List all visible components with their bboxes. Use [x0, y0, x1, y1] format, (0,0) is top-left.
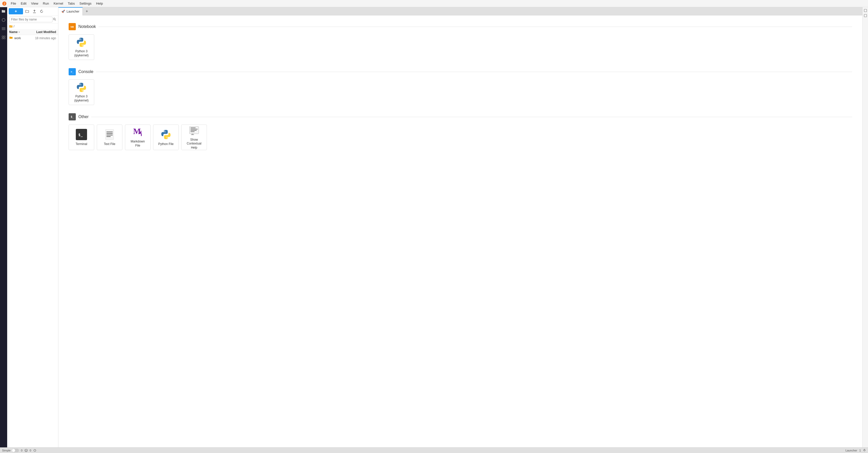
right-sidebar-btn-1[interactable]	[863, 8, 868, 13]
other-section: $_ Other $_ Terminal	[69, 113, 852, 150]
file-modified-label: 18 minutes ago	[28, 36, 56, 40]
console-cards: Python 3(ipykernel)	[69, 79, 852, 105]
breadcrumb: /	[7, 24, 58, 29]
upload-button[interactable]	[31, 8, 37, 15]
python3-console-icon	[75, 82, 88, 93]
app-icon: J	[2, 1, 7, 6]
text-file-card[interactable]: Text File	[97, 124, 122, 150]
text-file-label: Text File	[104, 142, 116, 146]
python-file-card[interactable]: Python File	[153, 124, 179, 150]
other-section-header: $_ Other	[69, 113, 852, 120]
markdown-file-card[interactable]: M Markdown File	[125, 124, 151, 150]
tab-launcher-label: Launcher	[67, 10, 80, 13]
svg-point-17	[80, 84, 81, 84]
svg-line-12	[55, 20, 56, 21]
search-submit-button[interactable]	[53, 18, 56, 22]
console-section: >_ Console	[69, 68, 852, 105]
svg-point-42	[34, 449, 36, 451]
terminal-card[interactable]: $_ Terminal	[69, 124, 94, 150]
notebook-section-header: NB Notebook	[69, 23, 852, 30]
table-row[interactable]: work 18 minutes ago	[7, 35, 58, 41]
notification-icon[interactable]	[863, 449, 866, 452]
menu-tabs[interactable]: Tabs	[66, 1, 77, 6]
right-sidebar	[862, 7, 868, 447]
file-panel-toolbar: +	[7, 7, 58, 16]
breadcrumb-path: /	[13, 25, 14, 28]
sidebar-git-btn[interactable]	[1, 17, 7, 23]
svg-rect-38	[864, 9, 867, 12]
svg-rect-34	[190, 130, 197, 131]
file-name-label: work	[14, 36, 28, 40]
notification-count: 1	[859, 449, 861, 452]
column-name[interactable]: Name	[9, 30, 28, 34]
python3-notebook-icon	[75, 37, 88, 48]
svg-point-16	[83, 46, 83, 46]
kernel-status-icon: k	[25, 449, 28, 452]
svg-text:J: J	[4, 2, 5, 5]
svg-rect-6	[2, 36, 3, 37]
new-launcher-button[interactable]: +	[9, 8, 23, 15]
svg-text:k: k	[26, 450, 27, 451]
svg-point-29	[164, 131, 165, 132]
notebook-section: NB Notebook	[69, 23, 852, 60]
search-input[interactable]	[9, 17, 53, 22]
refresh-button[interactable]	[38, 8, 44, 15]
python3-notebook-card[interactable]: Python 3(ipykernel)	[69, 34, 94, 60]
tab-add-button[interactable]: +	[83, 8, 90, 15]
column-modified[interactable]: Last Modified	[28, 30, 56, 34]
svg-rect-39	[864, 15, 867, 17]
svg-rect-32	[190, 128, 196, 128]
contextual-help-card[interactable]: Show Contextual Help	[181, 124, 207, 150]
toggle-control[interactable]	[12, 449, 19, 452]
menu-run[interactable]: Run	[41, 1, 51, 6]
terminal-label: Terminal	[75, 142, 87, 146]
console-section-title: Console	[79, 69, 93, 74]
svg-point-2	[2, 19, 5, 22]
svg-text:M: M	[133, 127, 141, 136]
menu-view[interactable]: View	[29, 1, 40, 6]
file-browser-panel: +	[7, 7, 58, 447]
contextual-help-label: Show Contextual Help	[184, 138, 204, 150]
svg-point-11	[54, 18, 55, 20]
status-left-count: 0	[21, 449, 23, 452]
svg-text:$_: $_	[79, 133, 83, 137]
python3-console-card[interactable]: Python 3(ipykernel)	[69, 79, 94, 105]
notebook-cards: Python 3(ipykernel)	[69, 34, 852, 60]
svg-text:NB: NB	[71, 26, 74, 28]
sidebar-icons	[0, 7, 7, 447]
svg-rect-35	[190, 132, 195, 132]
sidebar-folder-btn[interactable]	[1, 8, 7, 15]
menu-kernel[interactable]: Kernel	[52, 1, 65, 6]
status-settings-icon	[33, 449, 36, 452]
right-sidebar-btn-2[interactable]	[863, 13, 868, 18]
markdown-file-icon: M	[132, 127, 144, 138]
menu-bar: J File Edit View Run Kernel Tabs Setting…	[0, 0, 868, 7]
python-file-label: Python File	[158, 142, 174, 146]
svg-rect-36	[191, 134, 193, 135]
notebook-divider	[99, 27, 852, 27]
sidebar-toc-btn[interactable]	[1, 26, 7, 32]
menu-edit[interactable]: Edit	[19, 1, 28, 6]
text-file-icon	[103, 129, 116, 141]
other-section-icon: $_	[69, 113, 76, 120]
simple-mode-toggle[interactable]: Simple	[2, 449, 19, 452]
sidebar-extensions-btn[interactable]	[1, 34, 7, 40]
simple-mode-label: Simple	[2, 449, 11, 452]
menu-file[interactable]: File	[9, 1, 18, 6]
tab-launcher[interactable]: 🚀 Launcher	[58, 7, 83, 16]
other-cards: $_ Terminal	[69, 124, 852, 150]
menu-settings[interactable]: Settings	[77, 1, 93, 6]
contextual-help-icon	[188, 125, 200, 136]
console-section-icon: >_	[69, 68, 76, 75]
other-section-title: Other	[79, 115, 89, 119]
menu-help[interactable]: Help	[94, 1, 105, 6]
svg-point-18	[83, 91, 83, 91]
status-right-count: 0	[30, 449, 31, 452]
svg-rect-21	[105, 130, 114, 140]
notebook-section-title: Notebook	[79, 24, 96, 29]
status-right: Launcher 1	[845, 449, 866, 452]
open-folder-button[interactable]	[24, 8, 30, 15]
toggle-knob	[12, 449, 15, 452]
python3-console-label: Python 3(ipykernel)	[74, 94, 89, 103]
svg-rect-9	[4, 38, 5, 39]
